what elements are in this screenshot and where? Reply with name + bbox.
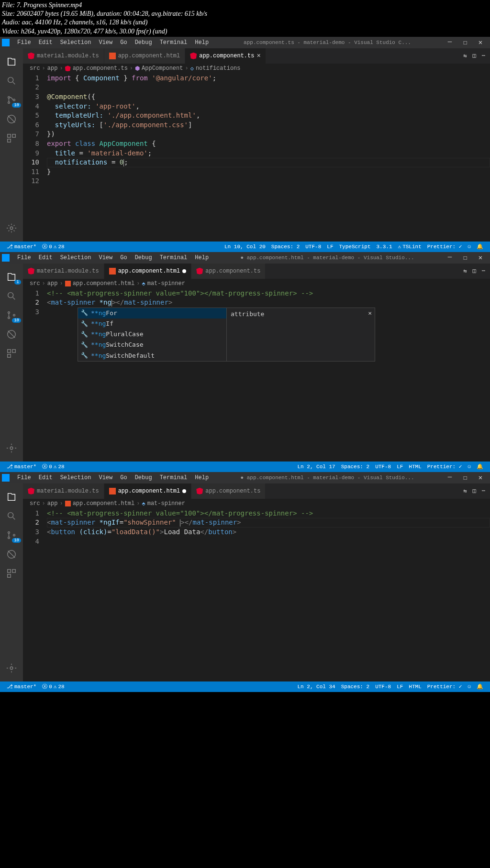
indentation[interactable]: Spaces: 2 [338, 463, 372, 470]
more-icon[interactable]: ⋯ [482, 267, 485, 275]
tslint-status[interactable]: ⚠ TSLint [395, 243, 424, 250]
feedback-icon[interactable]: ☺ [465, 463, 474, 470]
bell-icon[interactable]: 🔔 [474, 243, 486, 250]
compare-icon[interactable]: ⇆ [463, 487, 467, 494]
encoding[interactable]: UTF-8 [372, 683, 394, 690]
tab-app-component-ts[interactable]: app.component.ts× [185, 48, 266, 64]
more-icon[interactable]: ⋯ [482, 487, 485, 494]
tab-app-component-html[interactable]: app.component.html [104, 48, 186, 64]
prettier-status[interactable]: Prettier: ✓ [424, 463, 465, 470]
extensions-icon[interactable] [0, 564, 23, 583]
branch-indicator[interactable]: ⎇ master* [4, 683, 39, 690]
menu-debug[interactable]: Debug [131, 39, 156, 46]
menu-terminal[interactable]: Terminal [156, 474, 191, 481]
errors-indicator[interactable]: ⓧ 0 ⚠ 28 [39, 243, 67, 250]
titlebar[interactable]: File Edit Selection View Go Debug Termin… [0, 472, 490, 483]
compare-icon[interactable]: ⇆ [463, 267, 467, 275]
cursor-position[interactable]: Ln 2, Col 34 [294, 683, 338, 690]
autocomplete-item[interactable]: 🔧**ngIf [78, 319, 226, 329]
language-mode[interactable]: HTML [406, 463, 424, 470]
feedback-icon[interactable]: ☺ [465, 683, 474, 690]
menu-go[interactable]: Go [116, 474, 131, 481]
tab-material-module[interactable]: material.module.ts [23, 48, 104, 64]
branch-indicator[interactable]: ⎇ master* [4, 463, 39, 470]
titlebar[interactable]: File Edit Selection View Go Debug Termin… [0, 37, 490, 48]
code-editor[interactable]: 1234 <!-- <mat-progress-spinner value="1… [23, 509, 490, 546]
language-mode[interactable]: HTML [406, 683, 424, 690]
prettier-status[interactable]: Prettier: ✓ [424, 683, 465, 690]
tab-app-component-ts[interactable]: app.component.ts [191, 483, 266, 499]
settings-gear-icon[interactable] [0, 659, 23, 678]
menu-go[interactable]: Go [116, 39, 131, 46]
menu-terminal[interactable]: Terminal [156, 254, 191, 261]
close-button[interactable]: ✕ [473, 253, 488, 262]
more-icon[interactable]: ⋯ [482, 52, 485, 59]
debug-icon[interactable] [0, 110, 23, 129]
explorer-icon[interactable]: 1 [0, 267, 23, 286]
encoding[interactable]: UTF-8 [302, 243, 324, 250]
menu-selection[interactable]: Selection [56, 254, 95, 261]
eol[interactable]: LF [394, 683, 406, 690]
close-button[interactable]: ✕ [473, 38, 488, 46]
encoding[interactable]: UTF-8 [372, 463, 394, 470]
errors-indicator[interactable]: ⓧ 0 ⚠ 28 [39, 463, 67, 470]
close-doc-icon[interactable]: × [368, 309, 372, 318]
feedback-icon[interactable]: ☺ [465, 243, 474, 250]
eol[interactable]: LF [324, 243, 336, 250]
close-button[interactable]: ✕ [473, 473, 488, 482]
breadcrumb[interactable]: src› app› app.component.html› ⬘mat-spinn… [23, 279, 490, 289]
settings-gear-icon[interactable] [0, 219, 23, 238]
debug-icon[interactable] [0, 545, 23, 564]
search-icon[interactable] [0, 71, 23, 90]
menu-help[interactable]: Help [191, 474, 212, 481]
autocomplete-item[interactable]: 🔧**ngSwitchCase [78, 340, 226, 350]
maximize-button[interactable]: ☐ [457, 473, 473, 482]
menu-terminal[interactable]: Terminal [156, 39, 191, 46]
tab-app-component-ts[interactable]: app.component.ts [191, 264, 266, 279]
minimize-button[interactable]: ─ [442, 253, 457, 262]
extensions-icon[interactable] [0, 129, 23, 148]
debug-icon[interactable] [0, 325, 23, 344]
tab-app-component-html[interactable]: app.component.html [104, 483, 192, 499]
menu-edit[interactable]: Edit [35, 39, 56, 46]
search-icon[interactable] [0, 506, 23, 526]
breadcrumb[interactable]: src› app› app.component.ts› ⬢AppComponen… [23, 64, 490, 74]
language-mode[interactable]: TypeScript [336, 243, 373, 250]
branch-indicator[interactable]: ⎇ master* [4, 243, 39, 250]
menu-help[interactable]: Help [191, 39, 212, 46]
eol[interactable]: LF [394, 463, 406, 470]
indentation[interactable]: Spaces: 2 [268, 243, 302, 250]
autocomplete-item[interactable]: 🔧**ngFor [78, 308, 226, 319]
split-editor-icon[interactable]: ◫ [473, 52, 476, 59]
split-editor-icon[interactable]: ◫ [473, 487, 476, 494]
breadcrumb[interactable]: src› app› app.component.html› ⬘mat-spinn… [23, 499, 490, 509]
scm-icon[interactable]: 10 [0, 306, 23, 325]
settings-gear-icon[interactable] [0, 439, 23, 458]
tab-material-module[interactable]: material.module.ts [23, 264, 104, 279]
bell-icon[interactable]: 🔔 [474, 683, 486, 690]
maximize-button[interactable]: ☐ [457, 253, 473, 262]
menu-edit[interactable]: Edit [35, 474, 56, 481]
menu-debug[interactable]: Debug [131, 474, 156, 481]
menu-file[interactable]: File [13, 254, 35, 261]
cursor-position[interactable]: Ln 10, Col 20 [222, 243, 268, 250]
extensions-icon[interactable] [0, 344, 23, 363]
close-tab-icon[interactable]: × [256, 52, 260, 60]
menu-file[interactable]: File [13, 474, 35, 481]
code-editor[interactable]: 123 <!-- <mat-progress-spinner value="10… [23, 289, 490, 317]
tab-material-module[interactable]: material.module.ts [23, 483, 104, 499]
scm-icon[interactable]: 10 [0, 90, 23, 110]
autocomplete-item[interactable]: 🔧**ngSwitchDefault [78, 351, 226, 361]
menu-help[interactable]: Help [191, 254, 212, 261]
minimize-button[interactable]: ─ [442, 38, 457, 46]
split-editor-icon[interactable]: ◫ [473, 267, 476, 275]
tab-app-component-html[interactable]: app.component.html [104, 264, 192, 279]
autocomplete-item[interactable]: 🔧**ngPluralCase [78, 329, 226, 340]
menu-edit[interactable]: Edit [35, 254, 56, 261]
autocomplete-popup[interactable]: 🔧**ngFor 🔧**ngIf 🔧**ngPluralCase 🔧**ngSw… [78, 308, 375, 362]
menu-go[interactable]: Go [116, 254, 131, 261]
menu-file[interactable]: File [13, 39, 35, 46]
menu-view[interactable]: View [95, 474, 116, 481]
cursor-position[interactable]: Ln 2, Col 17 [294, 463, 338, 470]
titlebar[interactable]: File Edit Selection View Go Debug Termin… [0, 252, 490, 264]
